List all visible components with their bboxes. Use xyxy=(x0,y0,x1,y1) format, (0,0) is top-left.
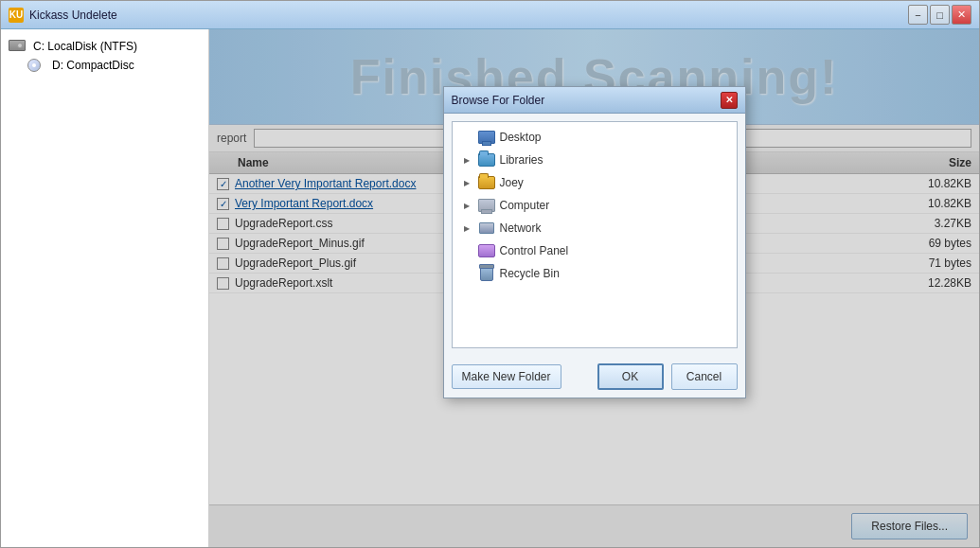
tree-label-controlpanel: Control Panel xyxy=(500,244,569,257)
sidebar-item-cd[interactable]: D: CompactDisc xyxy=(5,56,205,75)
joey-icon xyxy=(477,175,496,190)
hd-icon xyxy=(9,40,27,53)
dialog-titlebar: Browse For Folder ✕ xyxy=(444,87,745,114)
tree-item-network[interactable]: ▶ Network xyxy=(456,217,733,239)
network-icon xyxy=(477,221,496,236)
tree-label-network: Network xyxy=(500,221,542,235)
tree-label-recyclebin: Recycle Bin xyxy=(500,267,560,280)
maximize-button[interactable]: □ xyxy=(930,5,950,25)
close-button[interactable]: ✕ xyxy=(952,5,971,25)
tree-label-libraries: Libraries xyxy=(500,153,543,167)
expand-network[interactable]: ▶ xyxy=(460,221,473,235)
expand-joey[interactable]: ▶ xyxy=(460,176,473,189)
desktop-icon xyxy=(477,130,496,145)
app-icon: KU xyxy=(9,8,24,23)
minimize-button[interactable]: − xyxy=(908,5,928,25)
recyclebin-icon xyxy=(477,266,496,281)
dialog-footer: Make New Folder OK Cancel xyxy=(444,356,745,398)
tree-item-desktop[interactable]: Desktop xyxy=(456,126,733,149)
tree-item-joey[interactable]: ▶ Joey xyxy=(456,171,733,194)
right-panel: Finished Scanning! report Name Size Anot… xyxy=(209,29,979,547)
main-content: C: LocalDisk (NTFS) D: CompactDisc Finis… xyxy=(1,29,979,547)
modal-overlay: Browse For Folder ✕ Desk xyxy=(209,29,979,547)
window-title: Kickass Undelete xyxy=(29,9,908,22)
dialog-close-button[interactable]: ✕ xyxy=(721,92,738,109)
tree-label-desktop: Desktop xyxy=(500,131,542,144)
folder-tree[interactable]: Desktop ▶ Libraries xyxy=(452,121,738,348)
tree-item-computer[interactable]: ▶ Computer xyxy=(456,194,733,217)
expand-computer[interactable]: ▶ xyxy=(460,199,473,212)
expand-recyclebin xyxy=(460,267,473,280)
cancel-button[interactable]: Cancel xyxy=(671,363,738,390)
expand-controlpanel xyxy=(460,244,473,257)
expand-libraries[interactable]: ▶ xyxy=(460,153,473,167)
libraries-icon xyxy=(477,152,496,168)
main-window: KU Kickass Undelete − □ ✕ C: LocalDisk (… xyxy=(0,0,980,548)
tree-item-libraries[interactable]: ▶ Libraries xyxy=(456,149,733,171)
sidebar: C: LocalDisk (NTFS) D: CompactDisc xyxy=(1,29,209,547)
cd-icon xyxy=(27,59,46,72)
sidebar-hd-label: C: LocalDisk (NTFS) xyxy=(33,40,137,53)
window-controls: − □ ✕ xyxy=(908,5,971,25)
controlpanel-icon xyxy=(477,243,496,258)
ok-button[interactable]: OK xyxy=(597,363,664,390)
tree-item-recyclebin[interactable]: Recycle Bin xyxy=(456,262,733,285)
expand-desktop xyxy=(460,131,473,144)
sidebar-cd-label: D: CompactDisc xyxy=(52,59,134,72)
sidebar-item-hd[interactable]: C: LocalDisk (NTFS) xyxy=(5,37,205,56)
dialog-body: Desktop ▶ Libraries xyxy=(444,114,745,356)
computer-icon xyxy=(477,198,496,213)
tree-label-joey: Joey xyxy=(500,176,524,189)
titlebar: KU Kickass Undelete − □ ✕ xyxy=(1,1,979,29)
make-new-folder-button[interactable]: Make New Folder xyxy=(452,364,561,389)
tree-label-computer: Computer xyxy=(500,199,550,212)
dialog-title: Browse For Folder xyxy=(452,94,721,107)
browse-folder-dialog: Browse For Folder ✕ Desk xyxy=(443,86,746,398)
tree-item-controlpanel[interactable]: Control Panel xyxy=(456,239,733,262)
